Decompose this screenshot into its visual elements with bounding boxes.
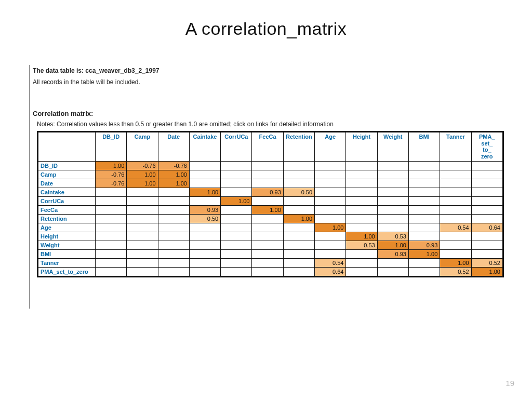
col-header[interactable]: Height [346,132,377,162]
row-header[interactable]: Tanner [38,258,96,267]
matrix-cell [471,214,502,223]
matrix-cell [96,258,127,267]
row-header[interactable]: FecCa [38,205,96,214]
matrix-cell[interactable]: 1.00 [127,170,158,179]
matrix-cell[interactable]: 1.00 [283,214,314,223]
matrix-cell[interactable]: 0.52 [471,258,502,267]
matrix-cell[interactable]: -0.76 [127,161,158,170]
matrix-cell[interactable]: 1.00 [221,196,252,205]
col-header[interactable]: Camp [127,132,158,162]
correlation-table-wrap: DB_IDCampDateCaintakeCorrUCaFecCaRetenti… [37,131,504,277]
matrix-cell [189,179,220,188]
col-header-blank [38,132,96,162]
matrix-cell [346,214,377,223]
table-row: Tanner0.541.000.52 [38,258,503,267]
row-header[interactable]: Camp [38,170,96,179]
matrix-cell [377,196,408,205]
col-header[interactable]: FecCa [252,132,283,162]
matrix-cell [252,241,283,249]
matrix-cell [158,249,189,258]
row-header[interactable]: DB_ID [38,161,96,170]
matrix-cell [221,258,252,267]
matrix-cell [440,161,471,170]
row-header[interactable]: Height [38,232,96,241]
matrix-cell[interactable]: 0.50 [283,188,314,196]
matrix-cell[interactable]: 0.54 [315,258,346,267]
row-header[interactable]: Date [38,179,96,188]
matrix-cell [283,249,314,258]
matrix-cell [440,249,471,258]
matrix-cell[interactable]: 0.64 [471,223,502,232]
col-header[interactable]: Date [158,132,189,162]
col-header[interactable]: CorrUCa [221,132,252,162]
matrix-cell[interactable]: 1.00 [252,205,283,214]
matrix-cell[interactable]: 1.00 [440,258,471,267]
matrix-cell[interactable]: 0.50 [189,214,220,223]
matrix-cell[interactable]: 0.93 [252,188,283,196]
col-header[interactable]: Tanner [440,132,471,162]
matrix-cell [346,196,377,205]
matrix-cell[interactable]: 1.00 [127,179,158,188]
matrix-cell[interactable]: 0.64 [315,267,346,276]
matrix-cell[interactable]: -0.76 [96,170,127,179]
matrix-cell [283,241,314,249]
row-header[interactable]: Age [38,223,96,232]
matrix-cell[interactable]: 1.00 [471,267,502,276]
table-row: BMI0.931.00 [38,249,503,258]
col-header[interactable]: DB_ID [96,132,127,162]
matrix-cell[interactable]: 1.00 [408,249,440,258]
matrix-cell [315,188,346,196]
matrix-cell [96,241,127,249]
matrix-cell [283,223,314,232]
col-header[interactable]: Age [315,132,346,162]
matrix-cell [158,258,189,267]
matrix-cell [96,249,127,258]
matrix-cell [96,232,127,241]
matrix-cell [377,214,408,223]
col-header[interactable]: Weight [377,132,408,162]
matrix-cell[interactable]: 0.52 [440,267,471,276]
col-header[interactable]: PMA_set_to_zero [471,132,502,162]
row-header[interactable]: Retention [38,214,96,223]
matrix-cell[interactable]: 1.00 [189,188,220,196]
row-header[interactable]: PMA_set_to_zero [38,267,96,276]
matrix-cell[interactable]: 1.00 [377,241,408,249]
matrix-cell [158,232,189,241]
matrix-cell [346,267,377,276]
matrix-cell[interactable]: 0.53 [377,232,408,241]
table-row: Camp-0.761.001.00 [38,170,503,179]
matrix-cell[interactable]: 1.00 [158,179,189,188]
matrix-cell [252,258,283,267]
table-row: Caintake1.000.930.50 [38,188,503,196]
matrix-cell[interactable]: 0.53 [346,241,377,249]
matrix-cell[interactable]: 0.93 [189,205,220,214]
matrix-cell[interactable]: 1.00 [346,232,377,241]
col-header[interactable]: Caintake [189,132,220,162]
matrix-cell[interactable]: 0.54 [440,223,471,232]
matrix-cell [221,249,252,258]
matrix-cell [346,179,377,188]
matrix-cell [158,214,189,223]
matrix-cell [408,232,440,241]
page-number: 19 [506,379,514,388]
matrix-cell[interactable]: -0.76 [158,161,189,170]
table-row: CorrUCa1.00 [38,196,503,205]
col-header[interactable]: BMI [408,132,440,162]
matrix-cell [471,179,502,188]
matrix-cell[interactable]: -0.76 [96,179,127,188]
matrix-cell [96,205,127,214]
col-header[interactable]: Retention [283,132,314,162]
matrix-cell[interactable]: 1.00 [158,170,189,179]
row-header[interactable]: BMI [38,249,96,258]
table-row: PMA_set_to_zero0.640.521.00 [38,267,503,276]
matrix-cell[interactable]: 0.93 [408,241,440,249]
table-row: Date-0.761.001.00 [38,179,503,188]
row-header[interactable]: CorrUCa [38,196,96,205]
matrix-cell[interactable]: 1.00 [315,223,346,232]
matrix-cell[interactable]: 0.93 [377,249,408,258]
matrix-cell [127,241,158,249]
matrix-cell [283,267,314,276]
row-header[interactable]: Weight [38,241,96,249]
row-header[interactable]: Caintake [38,188,96,196]
matrix-cell[interactable]: 1.00 [96,161,127,170]
